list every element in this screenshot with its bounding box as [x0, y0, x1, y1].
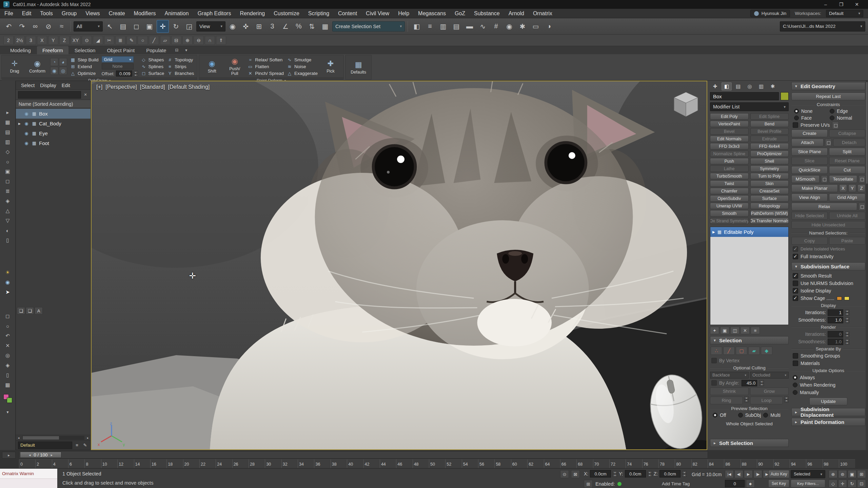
modifier-button[interactable]: Ox Transfer Normals	[750, 218, 789, 224]
use-pivot-center-icon[interactable]: ◉	[226, 20, 239, 33]
paint-deform-tool[interactable]: ∿Smudge	[287, 57, 318, 63]
render-iterations-field[interactable]: 0	[828, 331, 843, 338]
timeline-tick[interactable]: 68	[576, 460, 593, 468]
paint-deform-tool[interactable]: ✕Pinch/ Spread	[248, 70, 284, 76]
timeline-tick[interactable]: 70	[593, 460, 609, 468]
modifier-button[interactable]: Turn to Poly	[750, 173, 789, 179]
modifier-button[interactable]: Symmetry	[750, 165, 789, 172]
grid-align-button[interactable]: Grid Align	[829, 194, 865, 201]
material-editor-icon[interactable]: ◉	[503, 20, 515, 33]
reset-plane-button[interactable]: Reset Plane	[829, 157, 865, 165]
tessellate-button[interactable]: Tessellate	[829, 175, 857, 183]
timeline-tick[interactable]: 74	[626, 460, 642, 468]
grow-button[interactable]: Grow	[750, 387, 789, 395]
timeline-tick[interactable]: 64	[544, 460, 560, 468]
polydraw-tool[interactable]: YBranches	[167, 70, 194, 76]
menu-item[interactable]: Create	[104, 9, 130, 18]
eye-icon[interactable]: ◉	[3, 278, 13, 286]
spacewarps-filter-icon[interactable]: ◈	[3, 197, 13, 205]
edit-geometry-rollout-header[interactable]: Edit Geometry	[791, 82, 865, 90]
by-vertex-checkbox[interactable]: By Vertex	[710, 357, 789, 364]
polydraw-tool[interactable]: ∿Splines	[141, 64, 164, 69]
ribbon-tab[interactable]: Populate	[141, 46, 172, 54]
timeline-tick[interactable]: 86	[724, 460, 740, 468]
timeline-tick[interactable]: 72	[609, 460, 626, 468]
cage-selected-color-swatch[interactable]	[844, 297, 849, 300]
constraint-normal-radio[interactable]: Normal	[830, 115, 865, 121]
menu-item[interactable]: Rendering	[235, 9, 269, 18]
modifier-button[interactable]: Edit Poly	[710, 113, 749, 120]
modifier-button[interactable]: ProOptimizer	[750, 150, 789, 157]
bridge-tool-icon[interactable]: ∩	[205, 36, 215, 45]
timeline-tick[interactable]: 0	[19, 460, 35, 468]
notes-icon[interactable]: ▯	[3, 371, 13, 379]
menu-item[interactable]: Content	[334, 9, 361, 18]
undo-strip-icon[interactable]: ↶	[3, 332, 13, 340]
explorer-sort-header[interactable]: Name (Sorted Ascending)	[16, 100, 91, 108]
polydraw-tool[interactable]: ▦Step Build	[70, 57, 99, 63]
snap-2d-icon[interactable]: 2	[3, 36, 14, 45]
loop-button[interactable]: Loop	[750, 396, 783, 404]
menu-item[interactable]: Group	[57, 9, 81, 18]
viewport-label-segment[interactable]: [Standard]	[140, 84, 165, 90]
y-spinner[interactable]	[648, 471, 652, 477]
vertex-icon[interactable]: ∴	[711, 347, 722, 355]
track-bar[interactable]: 0246810121416182022242628303234363840424…	[19, 459, 855, 468]
modifier-button[interactable]: FFD 3x3x3	[710, 143, 749, 149]
timeline-tick[interactable]: 48	[413, 460, 429, 468]
preview-subobj-radio[interactable]: SubObj	[738, 412, 764, 418]
tag-add-icon[interactable]: ❏	[26, 307, 34, 314]
picker-icon[interactable]: ◎	[3, 351, 13, 360]
cursor-icon[interactable]: ➤	[3, 288, 13, 296]
modifier-button[interactable]: Bevel Profile	[750, 128, 789, 135]
modifier-button[interactable]: PathDeform (WSM)	[750, 210, 789, 217]
helpers-filter-icon[interactable]: ≣	[3, 187, 13, 195]
render-smoothness-spinner[interactable]	[845, 339, 849, 345]
project-folder-dropdown[interactable]: C:\Users\JI...ds Max 2022	[780, 21, 865, 32]
conform-move-brush-icon[interactable]: ◕	[59, 58, 67, 66]
zoom-extents-all-icon[interactable]: ⊞	[857, 470, 866, 478]
paint-connect-icon[interactable]: ✎	[126, 36, 137, 45]
time-slider-track[interactable]: ◂ 0 / 100 ▸	[19, 451, 708, 459]
previous-frame-arrow[interactable]: ◂	[29, 453, 31, 457]
timeline-tick[interactable]: 76	[642, 460, 658, 468]
rectangular-selection-icon[interactable]: ◻	[130, 20, 142, 33]
timeline-tick[interactable]: 10	[101, 460, 117, 468]
constraint-edge-radio[interactable]: Edge	[830, 108, 865, 114]
axis-x-icon[interactable]: X	[37, 36, 47, 45]
viewport-label-segment[interactable]: [Default Shading]	[168, 84, 210, 90]
paint-deform-tool[interactable]: ≈Relax/ Soften	[248, 57, 284, 63]
strip-collapse-icon[interactable]: ▾	[6, 410, 8, 414]
expand-icon[interactable]: ▶	[17, 122, 22, 125]
ribbon-tab[interactable]: Selection	[69, 46, 101, 54]
zoom-extents-icon[interactable]: ▣	[848, 470, 856, 478]
draw-on-dropdown[interactable]: Grid	[102, 56, 134, 62]
axis-y-icon[interactable]: Y	[48, 36, 58, 45]
create-tab-icon[interactable]: ✚	[710, 82, 720, 90]
timeline-tick[interactable]: 26	[232, 460, 249, 468]
push-pull-tool-button[interactable]: ◉ Push/ Pull	[225, 56, 244, 77]
circle-tool-icon[interactable]: ○	[3, 322, 13, 330]
pick-draw-object-button[interactable]: None	[102, 63, 134, 69]
polydraw-tool[interactable]: ≡Strips	[167, 64, 194, 69]
copy-button[interactable]: Copy	[791, 237, 828, 245]
cameras-filter-icon[interactable]: ◻	[3, 177, 13, 185]
show-end-result-icon[interactable]: ▣	[720, 327, 729, 334]
menu-item[interactable]: Modifiers	[130, 9, 160, 18]
timeline-tick[interactable]: 58	[494, 460, 511, 468]
preserve-uvs-checkbox[interactable]: Preserve UVs	[791, 121, 865, 129]
ribbon-minimize-icon[interactable]: ⊟	[172, 47, 181, 54]
tag-icon[interactable]: ❏	[17, 307, 25, 314]
timeline-tick[interactable]: 80	[675, 460, 691, 468]
orbit-icon[interactable]: ↻	[848, 480, 856, 488]
modifier-button[interactable]: Extrude	[750, 136, 789, 142]
view-align-button[interactable]: View Align	[791, 194, 828, 201]
select-by-name-icon[interactable]: ▤	[117, 20, 129, 33]
paint-deformation-rollout-header[interactable]: Paint Deformation	[791, 418, 865, 426]
border-icon[interactable]: ▢	[736, 347, 747, 355]
angle-snap-icon[interactable]: ∠	[279, 20, 292, 33]
angle-field[interactable]: 45.0	[742, 380, 757, 386]
timeline-tick[interactable]: 28	[249, 460, 265, 468]
chamfer-icon[interactable]: ◢	[93, 36, 103, 45]
modifier-button[interactable]: Shell	[750, 158, 789, 164]
